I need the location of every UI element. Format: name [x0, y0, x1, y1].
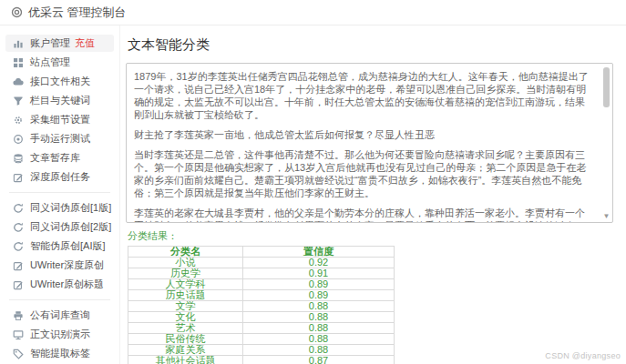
recharge-badge[interactable]: 充值	[75, 36, 95, 50]
refresh-icon	[13, 222, 24, 233]
confidence-cell: 0.88	[243, 345, 395, 356]
top-header-bar: 优采云 管理控制台	[0, 0, 626, 25]
sidebar-item-site-management[interactable]: 站点管理	[5, 54, 114, 71]
confidence-cell: 0.88	[243, 334, 395, 345]
confidence-cell: 0.88	[243, 301, 395, 312]
grid-icon	[13, 57, 24, 68]
sidebar-item-columns-keywords[interactable]: 栏目与关键词	[5, 92, 114, 109]
sidebar: 账户管理充值站点管理接口文件相关栏目与关键词采集细节设置手动运行测试文章暂存库深…	[0, 25, 120, 364]
edit-icon	[13, 279, 24, 290]
sidebar-item-label: 账户管理	[30, 36, 70, 50]
sidebar-item-label: 栏目与关键词	[30, 94, 90, 107]
scrollbar-thumb[interactable]	[603, 67, 610, 107]
cloud-icon	[13, 76, 24, 87]
sidebar-item-api-files[interactable]: 接口文件相关	[5, 73, 114, 90]
sidebar-item-label: 正文识别演示	[30, 328, 90, 341]
confidence-cell: 0.88	[243, 312, 395, 323]
sidebar-item-ai-rewrite[interactable]: 智能伪原创[AI版]	[5, 238, 114, 255]
sidebar-item-label: 深度原创任务	[30, 170, 90, 184]
result-table: 分类名置信度小说0.92历史学0.91人文学科0.89历史话题0.89文学0.8…	[128, 246, 395, 364]
main-content: 文本智能分类 1879年，31岁的李莲英出任储秀宫四品花翎总管，成为慈禧身边的大…	[120, 25, 626, 364]
sidebar-item-label: 接口文件相关	[30, 75, 90, 88]
app-logo-icon	[11, 6, 23, 18]
sidebar-item-label: 站点管理	[30, 56, 70, 69]
confidence-cell: 0.92	[243, 258, 395, 268]
category-cell: 历史学	[128, 268, 243, 279]
confidence-cell: 0.89	[243, 279, 395, 290]
category-cell: 文化	[128, 312, 243, 323]
tag-icon	[13, 349, 24, 359]
scrollbar-down-arrow-icon[interactable]: ▼	[602, 212, 611, 221]
filter-icon	[13, 96, 24, 106]
sidebar-item-smart-tag-extraction[interactable]: 智能提取标签	[5, 345, 114, 362]
app-title: 优采云 管理控制台	[28, 5, 127, 21]
category-cell: 文学	[128, 301, 243, 312]
table-row: 其他社会话题0.87	[128, 356, 395, 364]
target-icon	[13, 134, 24, 145]
textarea-paragraph: 1879年，31岁的李莲英出任储秀宫四品花翎总管，成为慈禧身边的大红人。这年春天…	[134, 70, 592, 121]
category-cell: 艺术	[128, 323, 243, 334]
table-row: 家庭关系0.88	[128, 345, 395, 356]
table-header-cell: 置信度	[243, 247, 395, 258]
database-icon	[13, 153, 24, 164]
sidebar-item-deep-original-task[interactable]: 深度原创任务	[5, 168, 114, 186]
input-textarea[interactable]: 1879年，31岁的李莲英出任储秀宫四品花翎总管，成为慈禧身边的大红人。这年春天…	[126, 63, 613, 223]
gears-icon	[13, 115, 24, 126]
table-header-cell: 分类名	[128, 247, 243, 258]
sidebar-item-label: 智能伪原创[AI版]	[30, 239, 106, 253]
sidebar-item-public-lexicon-query[interactable]: 公有词库查询	[5, 307, 114, 324]
confidence-cell: 0.89	[243, 290, 395, 301]
table-row: 历史话题0.89	[128, 290, 395, 301]
table-row: 小说0.92	[128, 258, 395, 268]
category-cell: 家庭关系	[128, 345, 243, 356]
sidebar-item-content-recognition-demo[interactable]: 正文识别演示	[5, 326, 114, 343]
confidence-cell: 0.91	[243, 268, 395, 279]
table-header-row: 分类名置信度	[128, 247, 395, 258]
page-title: 文本智能分类	[128, 36, 613, 54]
table-row: 艺术0.88	[128, 323, 395, 334]
sidebar-item-label: UWriter原创标题	[30, 278, 104, 291]
refresh-icon	[13, 241, 24, 252]
table-row: 文学0.88	[128, 301, 395, 312]
printer-icon	[13, 310, 24, 321]
category-cell: 民俗传统	[128, 334, 243, 345]
table-row: 民俗传统0.88	[128, 334, 395, 345]
confidence-cell: 0.88	[243, 323, 395, 334]
category-cell: 其他社会话题	[128, 356, 243, 364]
table-row: 人文学科0.89	[128, 279, 395, 290]
confidence-cell: 0.87	[243, 356, 395, 364]
watermark: CSDN @diyangseo	[545, 351, 621, 360]
sidebar-item-label: 手动运行测试	[30, 132, 90, 146]
category-cell: 历史话题	[128, 290, 243, 301]
category-cell: 人文学科	[128, 279, 243, 290]
textarea-paragraph: 李莲英的老家在大城县李贾村，他的父亲是个勤劳本分的庄稼人，靠种田养活一家老小。李…	[134, 207, 592, 223]
sidebar-item-synonym-rewrite-v2[interactable]: 同义词伪原创[2版]	[5, 218, 114, 236]
table-row: 历史学0.91	[128, 268, 395, 279]
sidebar-item-label: 公有词库查询	[30, 308, 90, 322]
sidebar-item-uwriter-original-title[interactable]: UWriter原创标题	[5, 276, 114, 293]
bar-chart-icon	[13, 38, 24, 49]
refresh-icon	[13, 203, 24, 214]
textarea-paragraph: 财主抢了李莲英家一亩地，他成总管太监后如何报复？尽显人性丑恶	[134, 128, 592, 141]
sidebar-divider	[9, 299, 110, 300]
result-label: 分类结果：	[128, 229, 613, 243]
sidebar-item-label: UWriter深度原创	[30, 258, 104, 272]
sidebar-item-collection-settings[interactable]: 采集细节设置	[5, 111, 114, 128]
sidebar-item-uwriter-deep-original[interactable]: UWriter深度原创	[5, 257, 114, 274]
sidebar-item-label: 同义词伪原创[2版]	[30, 220, 111, 234]
sidebar-item-manual-run-test[interactable]: 手动运行测试	[5, 130, 114, 147]
sidebar-item-label: 同义词伪原创[1版]	[30, 201, 111, 215]
sidebar-item-label: 文章暂存库	[30, 151, 80, 165]
sidebar-item-label: 采集细节设置	[30, 113, 90, 126]
edit-icon	[13, 260, 24, 271]
sidebar-item-label: 智能提取标签	[30, 347, 90, 360]
sidebar-divider	[9, 192, 110, 193]
monitor-icon	[13, 329, 24, 340]
textarea-content: 1879年，31岁的李莲英出任储秀宫四品花翎总管，成为慈禧身边的大红人。这年春天…	[134, 70, 592, 223]
category-cell: 小说	[128, 258, 243, 268]
edit-icon	[13, 172, 24, 183]
table-row: 文化0.88	[128, 312, 395, 323]
sidebar-item-account-management[interactable]: 账户管理充值	[5, 35, 114, 52]
sidebar-item-synonym-rewrite-v1[interactable]: 同义词伪原创[1版]	[5, 199, 114, 217]
sidebar-item-article-storage[interactable]: 文章暂存库	[5, 149, 114, 167]
